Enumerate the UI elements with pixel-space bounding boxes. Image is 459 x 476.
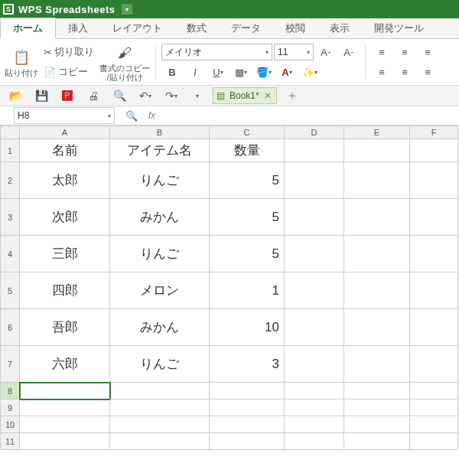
row-header[interactable]: 1 (0, 139, 20, 162)
row-header[interactable]: 9 (0, 399, 20, 416)
decrease-font-button[interactable]: A− (338, 43, 360, 61)
cell[interactable] (285, 433, 344, 450)
col-header-c[interactable]: C (210, 126, 285, 139)
cell[interactable] (410, 416, 458, 433)
align-center-button[interactable]: ≡ (394, 63, 415, 81)
save-icon[interactable]: 💾 (31, 86, 52, 105)
col-header-e[interactable]: E (344, 126, 410, 139)
cell[interactable] (410, 433, 458, 450)
fill-color-button[interactable]: 🪣▾ (253, 63, 275, 81)
pdf-icon[interactable]: 🅿 (57, 86, 78, 105)
font-size-select[interactable]: 11▾ (274, 44, 314, 60)
cell[interactable] (410, 162, 458, 199)
cell[interactable] (344, 416, 410, 433)
print-icon[interactable]: 🖨 (83, 86, 104, 105)
copy-button[interactable]: 📄 コピー (41, 63, 90, 81)
align-right-button[interactable]: ≡ (417, 63, 438, 81)
cell[interactable] (210, 399, 285, 416)
cell[interactable] (210, 433, 285, 450)
cell[interactable]: 太郎 (20, 162, 110, 199)
fx-icon[interactable]: fx (148, 110, 155, 121)
cell[interactable]: 三郎 (20, 236, 110, 272)
document-tab[interactable]: ▤ Book1* ✕ (213, 87, 277, 104)
select-all-corner[interactable] (0, 126, 20, 139)
cell[interactable]: 名前 (20, 139, 110, 162)
paste-button[interactable]: 📋 貼り付け (5, 47, 38, 77)
cell[interactable] (285, 139, 344, 162)
row-header[interactable]: 5 (0, 272, 20, 309)
cell[interactable] (20, 399, 110, 416)
cell[interactable]: みかん (110, 309, 210, 346)
cell[interactable] (285, 416, 344, 433)
col-header-d[interactable]: D (285, 126, 344, 139)
qa-customize[interactable]: ▾ (187, 86, 208, 105)
close-tab-icon[interactable]: ✕ (264, 90, 272, 101)
app-menu-dropdown[interactable]: ▾ (122, 4, 132, 15)
cell[interactable]: 5 (210, 199, 285, 236)
row-header[interactable]: 6 (0, 309, 20, 346)
cell[interactable] (285, 399, 344, 416)
tab-home[interactable]: ホーム (0, 18, 56, 39)
cell[interactable] (20, 433, 110, 450)
tab-review[interactable]: 校閲 (273, 18, 317, 38)
format-painter-button[interactable]: 🖌 書式のコピー/貼り付け (99, 42, 150, 82)
cell[interactable] (410, 383, 458, 399)
row-header[interactable]: 8 (0, 383, 20, 399)
cell[interactable]: 吾郎 (20, 309, 110, 346)
cell[interactable]: 数量 (210, 139, 285, 162)
cell[interactable]: 5 (210, 162, 285, 199)
col-header-b[interactable]: B (110, 126, 210, 139)
cell[interactable] (410, 346, 458, 383)
cell[interactable] (110, 416, 210, 433)
row-header[interactable]: 11 (0, 433, 20, 450)
cell[interactable] (410, 139, 458, 162)
underline-button[interactable]: U▾ (207, 63, 229, 81)
cell[interactable] (344, 236, 410, 272)
cell[interactable]: 5 (210, 236, 285, 272)
cell[interactable]: メロン (110, 272, 210, 309)
col-header-a[interactable]: A (20, 126, 110, 139)
cell[interactable] (285, 272, 344, 309)
border-button[interactable]: ▦▾ (230, 63, 252, 81)
cell[interactable] (410, 272, 458, 309)
cell[interactable] (20, 416, 110, 433)
cell[interactable] (285, 383, 344, 399)
cell[interactable] (344, 309, 410, 346)
name-box[interactable]: H8▾ (14, 107, 115, 124)
new-tab-button[interactable]: ＋ (282, 86, 303, 105)
cell[interactable] (285, 309, 344, 346)
cell[interactable]: りんご (110, 346, 210, 383)
cell[interactable] (410, 309, 458, 346)
cut-button[interactable]: ✂ 切り取り (41, 43, 96, 61)
cell[interactable]: みかん (110, 199, 210, 236)
cell[interactable] (110, 383, 210, 399)
bold-button[interactable]: B (161, 63, 183, 81)
cell[interactable] (210, 416, 285, 433)
cell[interactable] (110, 399, 210, 416)
align-left-button[interactable]: ≡ (371, 63, 392, 81)
cell[interactable] (344, 346, 410, 383)
cell[interactable] (285, 346, 344, 383)
cell[interactable] (344, 433, 410, 450)
cell[interactable] (410, 199, 458, 236)
spreadsheet-grid[interactable]: A B C D E F 1 名前 アイテム名 数量 2太郎りんご5 3次郎みかん… (0, 126, 459, 450)
font-color-button[interactable]: A▾ (276, 63, 298, 81)
cell[interactable] (285, 236, 344, 272)
open-icon[interactable]: 📂 (5, 86, 26, 105)
cell[interactable]: りんご (110, 236, 210, 272)
redo-button[interactable]: ↷▾ (161, 86, 182, 105)
cell[interactable]: 3 (210, 346, 285, 383)
cell[interactable] (410, 399, 458, 416)
cell[interactable]: 1 (210, 272, 285, 309)
increase-font-button[interactable]: A+ (315, 43, 337, 61)
tab-insert[interactable]: 挿入 (56, 18, 100, 38)
cell[interactable] (344, 139, 410, 162)
row-header[interactable]: 2 (0, 162, 20, 199)
align-top-button[interactable]: ≡ (371, 43, 392, 61)
fx-search-icon[interactable]: 🔍 (121, 106, 142, 125)
cell[interactable] (344, 383, 410, 399)
cell-selected[interactable] (20, 383, 110, 399)
print-preview-icon[interactable]: 🔍 (109, 86, 130, 105)
cell[interactable] (285, 162, 344, 199)
cell[interactable] (110, 433, 210, 450)
